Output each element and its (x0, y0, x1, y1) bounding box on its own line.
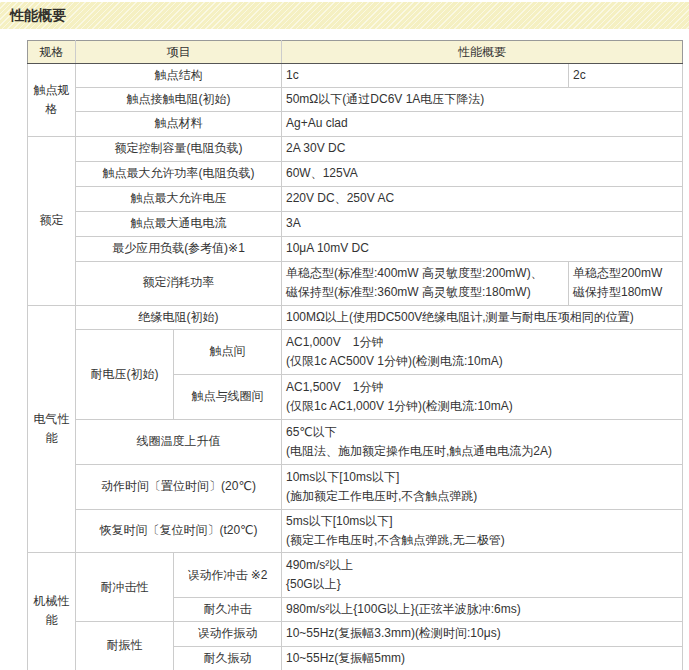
item-cell: 动作时间〔置位时间〕(20℃) (76, 464, 282, 509)
item-cell: 线圈温度上升值 (76, 419, 282, 464)
item-cell: 最少应用负载(参考值)※1 (76, 236, 282, 261)
value-cell: 3A (282, 211, 683, 236)
item-cell: 触点最大通电电流 (76, 211, 282, 236)
table-row: 额定 额定控制容量(电阻负载) 2A 30V DC (28, 136, 683, 161)
table-row: 动作时间〔置位时间〕(20℃) 10ms以下[10ms以下] (施加额定工作电压… (28, 464, 683, 509)
sub-item-cell: 误动作振动 (174, 622, 282, 646)
value-cell: 490m/s²以上 {50G以上} (282, 553, 683, 598)
value-cell: 单稳态型(标准型:400mW 高灵敏度型:200mW)、 磁保持型(标准型:36… (282, 261, 569, 305)
value-cell: AC1,500V 1分钟 (仅限1c AC1,000V 1分钟)(检测电流:10… (282, 374, 683, 419)
value-cell: 2c (569, 64, 683, 88)
spec-table: 规格 项目 性能概要 触点规格 触点结构 1c 2c 触点接触电阻(初始) 50… (27, 40, 683, 670)
category-electrical: 电气性能 (28, 305, 76, 553)
item-cell: 额定控制容量(电阻负载) (76, 136, 282, 161)
sub-group-cell: 耐振性 (76, 622, 174, 670)
table-row: 恢复时间〔复位时间〕(t20℃) 5ms以下[10ms以下] (额定工作电压时,… (28, 509, 683, 552)
sub-item-cell: 触点与线圈间 (174, 374, 282, 419)
table-row: 触点最大允许电压 220V DC、250V AC (28, 186, 683, 211)
item-cell: 触点最大允许电压 (76, 186, 282, 211)
table-row: 耐振性 误动作振动 10~55Hz(复振幅3.3mm)(检测时间:10μs) (28, 622, 683, 646)
item-cell: 触点最大允许功率(电阻负载) (76, 161, 282, 186)
value-cell: 65℃以下 (电阻法、施加额定操作电压时,触点通电电流为2A) (282, 419, 683, 464)
table-row: 电气性能 绝缘电阻(初始) 100MΩ以上(使用DC500V绝缘电阻计,测量与耐… (28, 305, 683, 329)
value-cell: 60W、125VA (282, 161, 683, 186)
value-cell: 10μA 10mV DC (282, 236, 683, 261)
table-row: 最少应用负载(参考值)※1 10μA 10mV DC (28, 236, 683, 261)
table-row: 触点最大通电电流 3A (28, 211, 683, 236)
value-cell: 980m/s²以上{100G以上}(正弦半波脉冲:6ms) (282, 598, 683, 622)
item-cell: 触点材料 (76, 112, 282, 136)
value-cell: 50mΩ以下(通过DC6V 1A电压下降法) (282, 88, 683, 112)
value-cell: 220V DC、250V AC (282, 186, 683, 211)
value-cell: 1c (282, 64, 569, 88)
value-cell: 单稳态型200mW 磁保持型180mW (569, 261, 683, 305)
table-header-row: 规格 项目 性能概要 (28, 41, 683, 64)
value-cell: 5ms以下[10ms以下] (额定工作电压时,不含触点弹跳,无二极管) (282, 509, 683, 552)
page-title: 性能概要 (0, 2, 689, 29)
category-contact: 触点规格 (28, 64, 76, 137)
table-row: 触点规格 触点结构 1c 2c (28, 64, 683, 88)
sub-group-cell: 耐电压(初始) (76, 329, 174, 419)
value-cell: 10~55Hz(复振幅5mm) (282, 646, 683, 670)
table-row: 触点材料 Ag+Au clad (28, 112, 683, 136)
value-cell: Ag+Au clad (282, 112, 683, 136)
table-row: 触点接触电阻(初始) 50mΩ以下(通过DC6V 1A电压下降法) (28, 88, 683, 112)
table-row: 线圈温度上升值 65℃以下 (电阻法、施加额定操作电压时,触点通电电流为2A) (28, 419, 683, 464)
item-cell: 恢复时间〔复位时间〕(t20℃) (76, 509, 282, 552)
item-cell: 触点接触电阻(初始) (76, 88, 282, 112)
sub-item-cell: 触点间 (174, 329, 282, 374)
sub-group-cell: 耐冲击性 (76, 553, 174, 622)
item-cell: 触点结构 (76, 64, 282, 88)
item-cell: 绝缘电阻(初始) (76, 305, 282, 329)
sub-item-cell: 耐久振动 (174, 646, 282, 670)
header-spec: 规格 (28, 41, 76, 64)
category-rating: 额定 (28, 136, 76, 305)
value-cell: 100MΩ以上(使用DC500V绝缘电阻计,测量与耐电压项相同的位置) (282, 305, 683, 329)
table-row: 机械性能 耐冲击性 误动作冲击 ※2 490m/s²以上 {50G以上} (28, 553, 683, 598)
value-cell: 2A 30V DC (282, 136, 683, 161)
table-row: 耐电压(初始) 触点间 AC1,000V 1分钟 (仅限1c AC500V 1分… (28, 329, 683, 374)
table-row: 额定消耗功率 单稳态型(标准型:400mW 高灵敏度型:200mW)、 磁保持型… (28, 261, 683, 305)
category-mechanical: 机械性能 (28, 553, 76, 670)
value-cell: 10~55Hz(复振幅3.3mm)(检测时间:10μs) (282, 622, 683, 646)
value-cell: AC1,000V 1分钟 (仅限1c AC500V 1分钟)(检测电流:10mA… (282, 329, 683, 374)
sub-item-cell: 误动作冲击 ※2 (174, 553, 282, 598)
item-cell: 额定消耗功率 (76, 261, 282, 305)
table-row: 触点最大允许功率(电阻负载) 60W、125VA (28, 161, 683, 186)
sub-item-cell: 耐久冲击 (174, 598, 282, 622)
header-summary: 性能概要 (282, 41, 683, 64)
header-item: 项目 (76, 41, 282, 64)
value-cell: 10ms以下[10ms以下] (施加额定工作电压时,不含触点弹跳) (282, 464, 683, 509)
